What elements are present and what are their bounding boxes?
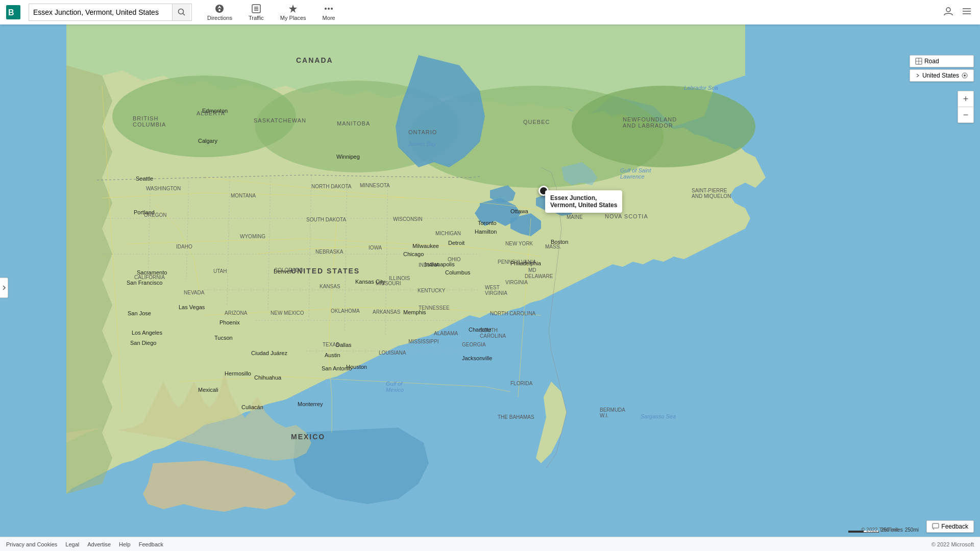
bing-logo[interactable]: B	[0, 5, 27, 19]
scale-label-km: 250mi	[905, 527, 919, 533]
traffic-label: Traffic	[249, 15, 264, 21]
more-label: More	[323, 15, 335, 21]
my-places-icon	[288, 4, 298, 14]
feedback-icon	[932, 523, 939, 530]
chevron-right-icon	[2, 285, 6, 291]
svg-rect-46	[933, 523, 939, 528]
footer: Privacy and Cookies Legal Advertise Help…	[0, 537, 980, 551]
right-icons	[941, 4, 980, 21]
feedback-button[interactable]: Feedback	[926, 520, 974, 533]
svg-point-11	[325, 8, 327, 10]
hamburger-icon	[962, 6, 972, 16]
search-input[interactable]: Essex Junction, Vermont, United States	[29, 4, 172, 20]
nav-items: Directions Traffic My Places More	[200, 2, 342, 23]
chevron-right-small-icon	[915, 73, 920, 78]
svg-point-6	[218, 9, 220, 11]
region-button[interactable]: United States	[910, 69, 974, 82]
footer-privacy[interactable]: Privacy and Cookies	[6, 541, 57, 547]
bing-logo-icon: B	[6, 5, 20, 19]
map-attribution: © 2022 TomTom	[861, 527, 898, 533]
footer-legal[interactable]: Legal	[65, 541, 79, 547]
map-container[interactable]: CANADA UNITED STATES MEXICO BRITISHCOLUM…	[0, 24, 980, 551]
user-button[interactable]	[941, 4, 955, 21]
svg-point-45	[964, 74, 966, 77]
svg-point-14	[946, 8, 950, 12]
settings-icon	[961, 72, 968, 79]
zoom-in-button[interactable]: +	[958, 91, 973, 107]
footer-help[interactable]: Help	[119, 541, 131, 547]
svg-line-3	[183, 14, 185, 16]
nav-traffic[interactable]: Traffic	[241, 2, 271, 23]
search-icon	[178, 8, 186, 16]
road-view-button[interactable]: Road	[910, 55, 974, 67]
footer-feedback-link[interactable]: Feedback	[139, 541, 163, 547]
svg-point-12	[328, 8, 330, 10]
svg-text:B: B	[8, 8, 14, 17]
nav-more[interactable]: More	[315, 2, 342, 23]
svg-point-23	[572, 86, 755, 167]
right-controls: Road United States	[910, 55, 974, 82]
more-icon	[324, 4, 334, 14]
directions-icon	[214, 4, 225, 14]
zoom-out-button[interactable]: −	[958, 107, 973, 122]
road-icon	[915, 58, 922, 65]
footer-advertise[interactable]: Advertise	[87, 541, 111, 547]
svg-point-2	[178, 9, 183, 14]
menu-button[interactable]	[960, 4, 974, 21]
svg-point-13	[331, 8, 333, 10]
nav-directions[interactable]: Directions	[200, 2, 239, 23]
topbar: B Essex Junction, Vermont, United States…	[0, 0, 980, 24]
footer-copyright: © 2022 Microsoft	[932, 541, 974, 547]
search-container: Essex Junction, Vermont, United States	[29, 4, 192, 21]
pin-dot	[538, 186, 549, 196]
map-svg	[0, 24, 980, 551]
road-label: Road	[924, 58, 939, 65]
feedback-label: Feedback	[941, 523, 968, 530]
my-places-label: My Places	[280, 15, 306, 21]
nav-my-places[interactable]: My Places	[273, 2, 313, 23]
zoom-controls: + −	[958, 91, 974, 123]
search-button[interactable]	[172, 4, 190, 20]
svg-rect-19	[0, 24, 66, 551]
traffic-icon	[251, 4, 261, 14]
region-label: United States	[922, 72, 959, 79]
side-panel-toggle[interactable]	[0, 278, 8, 298]
location-pin[interactable]	[538, 186, 551, 198]
directions-label: Directions	[207, 15, 232, 21]
user-icon	[943, 6, 953, 16]
